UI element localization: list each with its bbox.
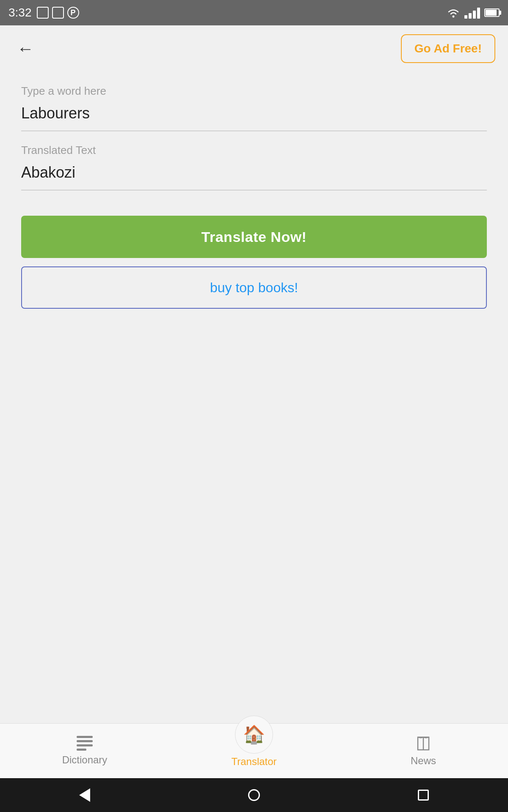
status-icons-left: P (37, 7, 79, 19)
bottom-nav: Dictionary 🏠 Translator News (0, 723, 508, 778)
translate-now-button[interactable]: Translate Now! (21, 216, 487, 258)
status-bar-left: 3:32 P (8, 6, 79, 19)
dictionary-label: Dictionary (62, 754, 108, 766)
news-label: News (411, 755, 436, 767)
sim-icon (52, 7, 64, 19)
wifi-icon (447, 7, 460, 19)
svg-point-0 (453, 16, 455, 18)
home-icon: 🏠 (243, 724, 265, 745)
translated-text-label: Translated Text (21, 144, 487, 157)
nav-item-news[interactable]: News (339, 735, 508, 767)
status-time: 3:32 (8, 6, 32, 19)
android-back-button[interactable] (79, 788, 90, 802)
p-icon: P (67, 7, 79, 19)
buy-top-books-button[interactable]: buy top books! (21, 266, 487, 309)
dictionary-icon (77, 736, 93, 751)
android-back-icon (79, 788, 90, 802)
signal-icon (464, 7, 480, 19)
android-home-button[interactable] (248, 789, 260, 801)
status-bar: 3:32 P (0, 0, 508, 25)
square-icon (37, 7, 49, 19)
android-recents-button[interactable] (418, 790, 429, 801)
top-nav: ← Go Ad Free! (0, 25, 508, 72)
translated-text-input[interactable] (21, 164, 487, 190)
go-ad-free-button[interactable]: Go Ad Free! (401, 34, 495, 63)
word-input-label: Type a word here (21, 85, 487, 98)
main-content: Type a word here Translated Text Transla… (0, 72, 508, 321)
status-bar-right (447, 7, 500, 19)
android-nav-bar (0, 778, 508, 812)
nav-item-dictionary[interactable]: Dictionary (0, 736, 169, 766)
news-icon (415, 735, 431, 752)
nav-item-translator[interactable]: 🏠 Translator (169, 735, 339, 768)
battery-icon (484, 8, 500, 17)
translator-circle: 🏠 (235, 716, 273, 754)
back-arrow-icon: ← (17, 39, 34, 58)
back-button[interactable]: ← (13, 36, 38, 61)
android-recents-icon (418, 790, 429, 801)
android-home-icon (248, 789, 260, 801)
translator-label: Translator (231, 756, 276, 768)
word-input[interactable] (21, 104, 487, 131)
